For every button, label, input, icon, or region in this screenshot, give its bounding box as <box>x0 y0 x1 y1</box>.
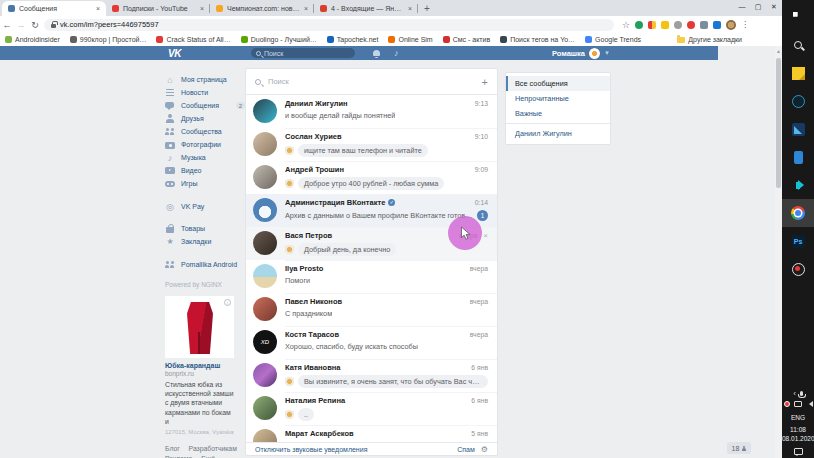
footer-link[interactable]: Блог <box>165 445 180 452</box>
vk-logo[interactable]: VK <box>168 48 181 59</box>
sidebar-item[interactable]: Товары <box>165 222 245 235</box>
bookmark-item[interactable]: Смс - актив <box>443 36 490 43</box>
close-conversation-icon[interactable]: × <box>483 231 488 240</box>
bookmark-item[interactable]: 990клор | Простой… <box>70 36 147 43</box>
conversation-row[interactable]: Даниил Жигулин ✓ 9:13 × и вообще делай г… <box>246 95 497 128</box>
url-text[interactable]: vk.com/im?peers=446975597 <box>60 20 159 29</box>
new-tab-button[interactable]: + <box>424 3 430 16</box>
cast-icon[interactable] <box>700 21 708 29</box>
conversation-row[interactable]: Наталия Репина ✓ 6 янв × .. <box>246 392 497 425</box>
taskbar-clock[interactable]: 11:08 08.01.2020 <box>782 425 814 443</box>
bookmark-item[interactable]: Androidinsider <box>5 36 60 43</box>
bookmark-item[interactable]: Google Trends <box>585 36 641 43</box>
vk-user-menu[interactable]: Ромашка ▼ <box>552 48 610 59</box>
taskbar-app[interactable] <box>782 199 814 227</box>
pinned-conversation-filter[interactable]: Даниил Жигулин <box>506 126 610 141</box>
messages-search-bar[interactable]: Поиск + <box>246 69 497 95</box>
extension-icon[interactable] <box>648 21 656 29</box>
notifications-bell-icon[interactable] <box>373 50 380 56</box>
sidebar-item[interactable]: Сообщества <box>165 125 245 138</box>
vk-header-search[interactable]: Поиск <box>251 48 355 58</box>
browser-tab[interactable]: 4 - Входящие — Яндекс.Почта × <box>314 1 418 16</box>
conversation-row[interactable]: Марат Аскарбеков ✓ 5 янв × <box>246 425 497 442</box>
language-indicator[interactable]: ENG <box>782 414 814 421</box>
volume-icon[interactable] <box>806 401 813 407</box>
minimize-button[interactable]: — <box>734 0 750 14</box>
sidebar-item[interactable]: VK Pay <box>165 200 245 213</box>
reload-icon[interactable]: ↻ <box>28 20 42 30</box>
sidebar-item-app[interactable]: Pomallika Android <box>165 258 245 271</box>
sidebar-item[interactable]: Сообщения 2 <box>165 99 245 112</box>
footer-link[interactable]: Разработчикам <box>189 445 237 452</box>
forward-icon[interactable]: → <box>14 20 28 30</box>
tray-expand-icon[interactable]: ‹ <box>793 389 796 398</box>
music-note-icon[interactable]: ♪ <box>394 48 399 58</box>
taskbar-app[interactable] <box>782 143 814 171</box>
conversation-row[interactable]: Андрей Трошин ✓ 9:09 × Доброе утро 400 р… <box>246 161 497 194</box>
bookmark-item[interactable]: Tapochek.net <box>327 36 379 43</box>
browser-tab[interactable]: Подписки - YouTube × <box>106 1 210 16</box>
taskbar-app[interactable] <box>782 115 814 143</box>
address-bar[interactable]: vk.com/im?peers=446975597 <box>44 19 614 31</box>
tab-close-icon[interactable]: × <box>96 5 100 12</box>
bookmark-item[interactable]: Duolingo - Лучший… <box>241 36 317 43</box>
conversation-row[interactable]: Ilya Prosto ✓ вчера × Помоги <box>246 260 497 293</box>
browser-profile-avatar[interactable] <box>726 20 736 30</box>
display-icon[interactable] <box>794 401 802 407</box>
spam-link[interactable]: Спам <box>457 446 475 453</box>
taskbar-app[interactable] <box>782 31 814 59</box>
taskbar-app[interactable] <box>782 59 814 87</box>
conversation-row[interactable]: Катя Ивановна ✓ 6 янв × Вы извините, я о… <box>246 359 497 392</box>
browser-tab[interactable]: Сообщения × <box>2 1 106 16</box>
taskbar-app[interactable] <box>782 87 814 115</box>
scrollbar-thumb[interactable] <box>776 58 781 188</box>
sidebar-item[interactable]: Новости <box>165 86 245 99</box>
mute-notifications-link[interactable]: Отключить звуковые уведомления <box>255 446 367 453</box>
filter-item[interactable]: Все сообщения <box>506 76 610 91</box>
bookmark-item[interactable]: Crack Status of All… <box>156 36 230 43</box>
extension-icon[interactable] <box>687 21 695 29</box>
conversation-row[interactable]: Павел Никонов ✓ вчера × С праздником <box>246 293 497 326</box>
back-icon[interactable]: ← <box>0 20 14 30</box>
browser-menu-icon[interactable]: ⋮ <box>741 20 749 29</box>
gear-icon[interactable]: ⚙ <box>481 445 488 454</box>
browser-tab[interactable]: Чемпионат.com: новости спор… × <box>210 1 314 16</box>
tab-close-icon[interactable]: × <box>408 5 412 12</box>
sidebar-item[interactable]: Видео <box>165 164 245 177</box>
filter-item[interactable]: Важные <box>506 106 610 121</box>
tab-close-icon[interactable]: × <box>200 5 204 12</box>
sidebar-item[interactable]: Музыка <box>165 151 245 164</box>
ad-title[interactable]: Юбка-карандаш <box>165 362 234 369</box>
ad-block[interactable]: i Юбка-карандаш bonprix.ru Стильная юбка… <box>165 296 234 435</box>
bookmark-star-icon[interactable]: ☆ <box>622 20 630 30</box>
online-friends-badge[interactable]: 18 <box>727 442 751 454</box>
filter-item[interactable]: Непрочитанные <box>506 91 610 106</box>
new-message-icon[interactable]: + <box>482 76 488 88</box>
other-bookmarks-button[interactable]: Другие закладки <box>677 36 742 43</box>
close-button[interactable]: ✕ <box>766 0 782 14</box>
taskbar-app[interactable] <box>782 171 814 199</box>
taskbar-app[interactable]: Ps <box>782 227 814 255</box>
sidebar-item[interactable]: Моя страница <box>165 73 245 86</box>
sidebar-item[interactable]: Фотографии <box>165 138 245 151</box>
taskbar-app[interactable] <box>782 255 814 283</box>
bookmark-item[interactable]: Online Sim <box>388 36 432 43</box>
extension-icon[interactable] <box>635 21 643 29</box>
ad-image[interactable]: i <box>165 296 234 358</box>
conversation-row[interactable]: XD Костя Тарасов ✓ вчера × Хорошо, спаси… <box>246 326 497 359</box>
taskbar-app[interactable] <box>782 3 814 31</box>
sidebar-item[interactable]: Игры <box>165 177 245 190</box>
conversation-row[interactable]: Сослан Хуриев ✓ 9:10 × ищите там ваш тел… <box>246 128 497 161</box>
action-center-icon[interactable] <box>794 448 803 455</box>
extension-icon[interactable] <box>713 21 721 29</box>
sidebar-item[interactable]: Закладки <box>165 235 245 248</box>
scroll-up-arrow[interactable]: ▲ <box>776 48 781 54</box>
sidebar-item[interactable]: Друзья <box>165 112 245 125</box>
extension-icon[interactable] <box>661 21 669 29</box>
bookmark-item[interactable]: Поиск тегов на Yo… <box>500 36 575 43</box>
microphone-icon[interactable] <box>800 391 803 396</box>
recording-indicator-icon[interactable] <box>784 401 790 407</box>
tab-close-icon[interactable]: × <box>304 5 308 12</box>
maximize-button[interactable]: ▢ <box>750 0 766 14</box>
page-scrollbar[interactable]: ▲ <box>775 46 782 458</box>
